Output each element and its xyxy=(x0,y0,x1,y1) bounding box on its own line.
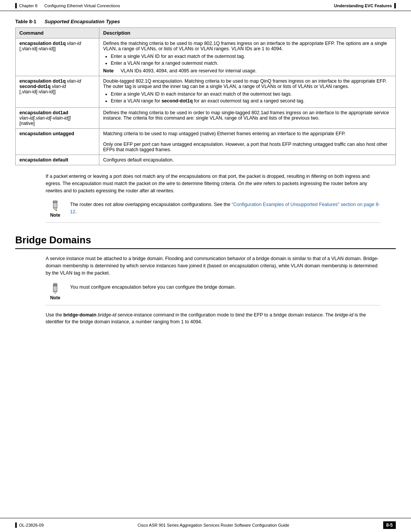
note-inline-dot1q: Note VLAN IDs 4093, 4094, and 4095 are r… xyxy=(103,68,392,73)
header-bar-left xyxy=(15,3,17,8)
cmd-italic-dot1ad: vlan-id[,vlan-id[-vlain-id]] xyxy=(19,115,71,121)
cmd-bold-dot1ad: encapsulation dot1ad xyxy=(19,110,68,115)
desc-cell-default: Configures default encapsulation. xyxy=(99,155,396,165)
list-item: Enter a VLAN range for a ranged outermos… xyxy=(111,61,392,66)
table-row: encapsulation dot1ad vlan-id[,vlan-id[-v… xyxy=(16,108,396,129)
note-block-1: Note The router does not allow overlappi… xyxy=(46,200,381,223)
note-text-2: You must configure encapsulation before … xyxy=(70,283,381,291)
cmd-cell-second-dot1q: encapsulation dot1q vlan-id second-dot1q… xyxy=(16,76,99,108)
cmd-cell-untagged: encapsulation untagged xyxy=(16,129,99,155)
cmd-bold-default: encapsulation default xyxy=(19,157,68,163)
note-text-before: The router does not allow overlapping en… xyxy=(70,202,232,207)
note-icon-container-1: Note xyxy=(46,200,65,219)
note-text-after: . xyxy=(75,209,76,214)
table-row: encapsulation untagged Matching criteria… xyxy=(16,129,396,155)
desc-text-dot1ad: Defines the matching criteria to be used… xyxy=(103,110,389,121)
header-bar-right xyxy=(394,3,396,8)
main-content: Table 8-1 Supported Encapsulation Types … xyxy=(0,11,411,355)
pencil-icon-2 xyxy=(50,283,61,294)
cmd-extra-dot1q: [,vlan-id[-vlan-id]] xyxy=(19,46,56,51)
desc-cell-dot1ad: Defines the matching criteria to be used… xyxy=(99,108,396,129)
cmd-bold-second2: second-dot1q xyxy=(19,84,51,89)
desc-text-second: Double-tagged 802.1Q encapsulation. Matc… xyxy=(103,78,387,89)
table-title: Supported Encapsulation Types xyxy=(45,19,120,24)
cmd-italic-vlanid: vlan-id xyxy=(66,41,81,46)
svg-rect-11 xyxy=(53,284,57,286)
encapsulation-table: Command Description encapsulation dot1q … xyxy=(15,27,396,165)
cmd-cell-dot1q: encapsulation dot1q vlan-id [,vlan-id[-v… xyxy=(16,38,99,76)
svg-rect-8 xyxy=(53,201,57,202)
footer-page-number: 8-5 xyxy=(383,521,396,529)
note-text-1: The router does not allow overlapping en… xyxy=(70,200,381,216)
desc-text-dot1q: Defines the matching criteria to be used… xyxy=(103,41,387,51)
table-number: Table 8-1 xyxy=(15,19,36,24)
svg-marker-13 xyxy=(53,291,57,294)
cmd-cell-dot1ad: encapsulation dot1ad vlan-id[,vlan-id[-v… xyxy=(16,108,99,129)
cmd-italic-second: vlan-id xyxy=(66,78,81,84)
table-row: encapsulation dot1q vlan-id [,vlan-id[-v… xyxy=(16,38,396,76)
cmd-extra-second: [,vlan-id[-vlan-id]] xyxy=(19,89,56,94)
note-block-2: Note You must configure encapsulation be… xyxy=(46,283,381,305)
body-para-bridge2: Use the bridge-domain bridge-id service-… xyxy=(46,312,381,326)
note-label-word-2: Note xyxy=(50,294,61,301)
desc-cell-second-dot1q: Double-tagged 802.1Q encapsulation. Matc… xyxy=(99,76,396,108)
desc-bullets-dot1q: Enter a single VLAN ID for an exact matc… xyxy=(111,54,392,66)
cmd-bold-untagged: encapsulation untagged xyxy=(19,131,74,136)
pencil-icon xyxy=(50,200,61,211)
desc-cell-untagged: Matching criteria to be used to map unta… xyxy=(99,129,396,155)
cmd-bold-dot1q: encapsulation dot1q xyxy=(19,41,66,46)
note-icon-container-2: Note xyxy=(46,283,65,301)
section-heading-bridge: Bridge Domains xyxy=(15,234,396,249)
page-footer: OL-23826-09 Cisco ASR 901 Series Aggrega… xyxy=(0,518,411,532)
list-item: Enter a VLAN range for second-dot1q for … xyxy=(111,98,392,104)
footer-left: OL-23826-09 xyxy=(15,522,44,528)
col-header-description: Description xyxy=(99,28,396,38)
footer-doc-number: OL-23826-09 xyxy=(19,523,44,527)
header-chapter-title: Configuring Ethernet Virtual Connections xyxy=(44,3,120,8)
cmd-cell-default: encapsulation default xyxy=(16,155,99,165)
body-para-filtering: If a packet entering or leaving a port d… xyxy=(46,173,381,194)
footer-center: Cisco ASR 901 Series Aggregation Service… xyxy=(44,523,383,527)
table-caption: Table 8-1 Supported Encapsulation Types xyxy=(15,19,396,24)
desc-cell-dot1q: Defines the matching criteria to be used… xyxy=(99,38,396,76)
header-left: Chapter 8 Configuring Ethernet Virtual C… xyxy=(15,3,120,8)
cmd-native: [native] xyxy=(19,121,35,126)
list-item: Enter a single VLAN ID in each instance … xyxy=(111,91,392,97)
table-row: encapsulation dot1q vlan-id second-dot1q… xyxy=(16,76,396,108)
desc-bullets-second: Enter a single VLAN ID in each instance … xyxy=(111,91,392,104)
desc-text-untagged2: Only one EFP per port can have untagged … xyxy=(103,142,387,152)
page-header: Chapter 8 Configuring Ethernet Virtual C… xyxy=(0,0,411,11)
body-para-bridge1: A service instance must be attached to a… xyxy=(46,255,381,276)
desc-text-untagged1: Matching criteria to be used to map unta… xyxy=(103,131,346,136)
header-chapter: Chapter 8 xyxy=(19,3,37,8)
col-header-command: Command xyxy=(16,28,99,38)
note-label-word-1: Note xyxy=(50,212,61,219)
list-item: Enter a single VLAN ID for an exact matc… xyxy=(111,54,392,59)
desc-text-default: Configures default encapsulation. xyxy=(103,157,174,163)
note-label: Note xyxy=(103,68,117,73)
cmd-bold-second: encapsulation dot1q xyxy=(19,78,66,84)
footer-title: Cisco ASR 901 Series Aggregation Service… xyxy=(137,523,289,527)
header-right: Understanding EVC Features xyxy=(334,3,396,8)
table-row: encapsulation default Configures default… xyxy=(16,155,396,165)
note-text-dot1q: VLAN IDs 4093, 4094, and 4095 are reserv… xyxy=(121,68,256,73)
header-section-title: Understanding EVC Features xyxy=(334,3,392,8)
svg-rect-12 xyxy=(53,286,57,291)
cmd-italic-second2: vlan-id xyxy=(51,84,66,89)
footer-bar-left xyxy=(15,522,17,528)
